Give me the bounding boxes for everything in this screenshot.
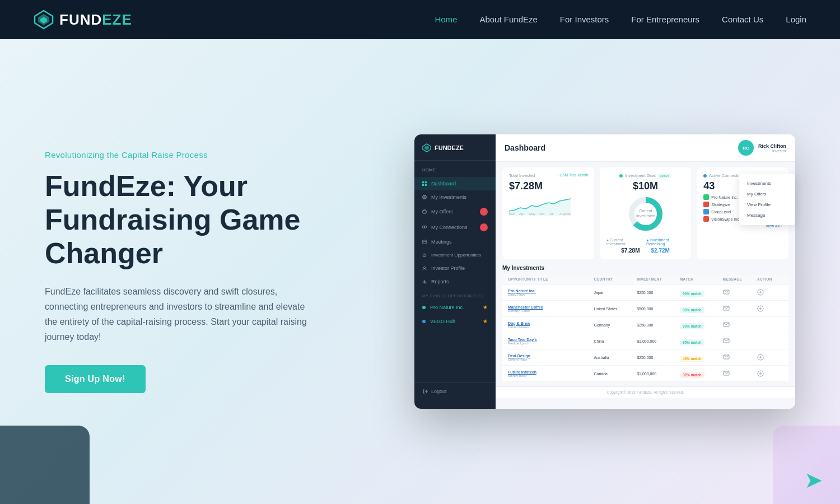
- opportunities-icon: [422, 253, 427, 258]
- td-title-4: Deal Design Clifford Hays: [508, 354, 594, 361]
- td-investment-2: $250,000: [637, 323, 680, 327]
- th-action: ACTION: [757, 277, 783, 281]
- svg-text:Current: Current: [639, 209, 652, 213]
- profile-icon: [422, 266, 427, 270]
- svg-text:Sep: Sep: [565, 212, 571, 216]
- table-row: Dog & Brew Daniel Adams Germany $250,000…: [502, 317, 788, 333]
- sidebar-reports[interactable]: Reports: [414, 275, 496, 288]
- logo[interactable]: FUNDEZE: [34, 10, 132, 30]
- svg-rect-21: [423, 281, 424, 283]
- nav-login[interactable]: Login: [786, 15, 806, 24]
- hero-title: FundEze: Your Fundraising Game Changer: [45, 170, 370, 270]
- td-country-2: Germany: [594, 323, 637, 327]
- td-title-0: Pro Nature Inc. Daisy Floyd: [508, 289, 594, 296]
- conn-logo-4: [703, 216, 709, 222]
- goal-legend: ● Current Investment ● Investment Remain…: [606, 238, 685, 246]
- mock-footer: Copyright © 2023 FundEZE. All rights res…: [496, 386, 795, 398]
- conn-logo-3: [703, 209, 709, 214]
- th-match: MATCH: [680, 277, 723, 281]
- th-title: OPPORTUNITY TITLE: [508, 277, 594, 281]
- stat-value-invested: $7.28M: [509, 180, 587, 192]
- nav-home[interactable]: Home: [435, 15, 457, 24]
- td-message-1: [723, 305, 757, 312]
- offers-icon: [422, 209, 427, 214]
- bg-arrow: ➤: [804, 467, 823, 493]
- td-action-0: [757, 289, 783, 296]
- svg-text:Apr: Apr: [519, 212, 524, 216]
- td-action-5: [757, 370, 783, 377]
- td-country-4: Australia: [594, 356, 637, 360]
- signup-button[interactable]: Sign Up Now!: [45, 365, 146, 393]
- td-match-5: 32% match: [680, 368, 723, 379]
- hero-section: Revolutionizing the Capital Raise Proces…: [0, 39, 840, 504]
- nav-contact[interactable]: Contact Us: [722, 15, 763, 24]
- svg-rect-22: [424, 280, 425, 283]
- conn-logo-1: [703, 194, 709, 200]
- sidebar-meetings[interactable]: Meetings: [414, 235, 496, 249]
- sidebar-dashboard[interactable]: Dashboard: [414, 177, 496, 190]
- table-row: Future Infotech Shirley Beck Canada $1,0…: [502, 366, 788, 382]
- td-message-0: [723, 289, 757, 296]
- td-message-5: [723, 370, 757, 377]
- stat-total-invested: Total Invested $7.28M +1.6M This Month M…: [502, 167, 594, 259]
- sidebar-pinned-2[interactable]: VEGO Hub ★: [414, 314, 496, 328]
- stat-investment-goal: Investment Goal Active $10M Current Inve…: [600, 167, 692, 259]
- td-investment-3: $1,000,000: [637, 339, 680, 343]
- sidebar-offers[interactable]: My Offers: [414, 204, 496, 220]
- sidebar-investments[interactable]: My Investments: [414, 190, 496, 204]
- table-row: Pro Nature Inc. Daisy Floyd Japan $250,0…: [502, 284, 788, 301]
- meetings-icon: [422, 240, 427, 244]
- nav-about[interactable]: About FundEze: [479, 15, 537, 24]
- td-action-4: [757, 354, 783, 361]
- td-match-1: 90% match: [680, 304, 723, 314]
- reports-icon: [422, 279, 427, 284]
- sidebar-opportunities[interactable]: Investment Opportunities: [414, 249, 496, 262]
- table-header: OPPORTUNITY TITLE COUNTRY INVESTMENT MAT…: [502, 274, 788, 284]
- svg-point-12: [423, 210, 426, 213]
- sidebar-profile[interactable]: Investor Profile: [414, 262, 496, 275]
- td-title-1: Manchester Coffee Dorothy Fisher: [508, 305, 594, 312]
- td-message-3: [723, 338, 757, 345]
- mini-chart: Mar Apr May Jun Jul Aug Sep: [509, 194, 587, 218]
- hero-description: FundEze facilitates seamless discovery a…: [45, 284, 314, 345]
- sidebar-home-label: HOME: [414, 165, 496, 177]
- svg-rect-23: [426, 282, 427, 284]
- td-action-1: [757, 305, 783, 312]
- donut-chart: Current Investment: [626, 194, 665, 236]
- mock-logo: FUNDEZE: [414, 143, 496, 161]
- stat-label-goal: Investment Goal Active: [619, 173, 671, 178]
- mock-header-title: Dashboard: [505, 143, 545, 152]
- panel-message[interactable]: Message: [744, 210, 791, 221]
- mock-logo-icon: [422, 143, 431, 152]
- svg-point-19: [424, 256, 425, 256]
- svg-rect-8: [425, 184, 427, 186]
- sidebar-logout[interactable]: Logout: [414, 382, 496, 400]
- connections-icon: [422, 225, 427, 230]
- panel-investments[interactable]: Investments: [744, 178, 791, 189]
- sidebar-pinned-1[interactable]: Pro Nature Inc. ★: [414, 300, 496, 314]
- offers-badge: [480, 208, 488, 216]
- panel-view-profile[interactable]: View Profile: [744, 199, 791, 210]
- bg-teal-blob: [0, 426, 90, 504]
- connections-badge: [480, 223, 488, 231]
- table-row: Deal Design Clifford Hays Australia $250…: [502, 349, 788, 366]
- mock-sidebar: FUNDEZE HOME Dashboard My Investments My…: [414, 134, 496, 409]
- svg-text:Jun: Jun: [539, 212, 545, 216]
- avatar: RC: [738, 140, 754, 156]
- panel-my-offers[interactable]: My Offers: [744, 189, 791, 199]
- mock-header-right: RC Rick Clifton Investor: [738, 140, 786, 156]
- conn-logo-2: [703, 202, 709, 207]
- table-row: Manchester Coffee Dorothy Fisher United …: [502, 301, 788, 317]
- right-panel: Investments My Offers View Profile Messa…: [739, 174, 795, 225]
- logo-icon: [34, 10, 54, 30]
- svg-rect-5: [422, 181, 424, 183]
- td-match-0: 90% match: [680, 287, 723, 297]
- td-investment-0: $250,000: [637, 291, 680, 295]
- td-title-5: Future Infotech Shirley Beck: [508, 370, 594, 377]
- stat-value-goal: $10M: [633, 180, 658, 192]
- sidebar-connections[interactable]: My Connections: [414, 220, 496, 235]
- nav-investors[interactable]: For Investors: [560, 15, 609, 24]
- nav-entrepreneurs[interactable]: For Entrepreneurs: [631, 15, 699, 24]
- investments-table: OPPORTUNITY TITLE COUNTRY INVESTMENT MAT…: [502, 274, 788, 382]
- mock-logo-text: FUNDEZE: [435, 144, 464, 151]
